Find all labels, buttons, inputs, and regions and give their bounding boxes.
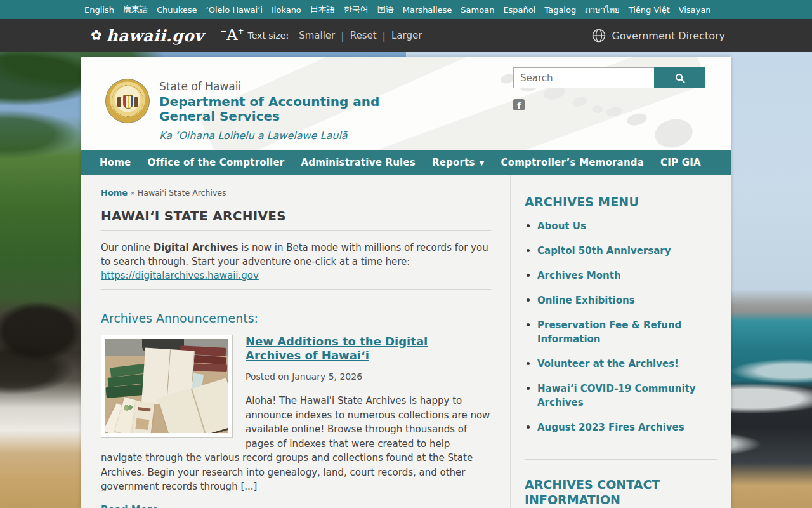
article-title-link[interactable]: New Additions to the Digital Archives of… (246, 335, 487, 363)
archives-menu-heading: ARCHIVES MENU (525, 195, 717, 209)
divider (101, 230, 491, 231)
main-nav: Home Office of the Comptroller Administr… (81, 150, 731, 175)
text-size-controls: −A+ Text size: Smaller | Reset | Larger (220, 29, 422, 43)
article-thumbnail[interactable] (101, 335, 233, 438)
lang-link-mandarin[interactable]: 国语 (377, 4, 394, 15)
lang-link-chuukese[interactable]: Chuukese (157, 5, 197, 15)
lang-link-hawaiian[interactable]: ʻŌlelo Hawaiʻi (206, 5, 263, 15)
archives-books-photo (105, 339, 228, 433)
text-size-minus: − (220, 27, 226, 35)
text-size-smaller-link[interactable]: Smaller (299, 30, 335, 41)
nav-item-label: Home (100, 157, 131, 168)
list-item: Volunteer at the Archives! (537, 357, 717, 371)
search-icon (675, 73, 685, 83)
seal-figure-right (134, 97, 138, 107)
nav-item-label: CIP GIA (660, 157, 701, 168)
digital-archives-link[interactable]: https://digitalarchives.hawaii.gov (101, 270, 259, 281)
nav-item-label: Comptroller’s Memoranda (501, 157, 644, 168)
nav-item-home[interactable]: Home (91, 150, 139, 175)
agency-hawaiian-name: Ka ʻOihana Loihelu a Lawelawe Laulā (159, 130, 413, 142)
text-size-larger-link[interactable]: Larger (391, 30, 422, 41)
sidebar-item-archives-month[interactable]: Archives Month (537, 270, 621, 281)
agency-name-link[interactable]: Department of Accounting and General Ser… (159, 95, 413, 124)
lang-link-spanish[interactable]: Español (503, 5, 535, 15)
nav-item-cip-gia[interactable]: CIP GIA (652, 150, 709, 175)
sidebar: ARCHIVES MENU About Us Capitol 50th Anni… (510, 175, 731, 508)
archives-contact-heading: ARCHIVES CONTACT INFORMATION (525, 477, 671, 507)
intro-paragraph: Our online Digital Archives is now in Be… (101, 241, 491, 283)
seal-figure-left (117, 97, 121, 107)
list-item: August 2023 Fires Archives (537, 420, 717, 434)
utility-bar: ✿ hawaii.gov −A+ Text size: Smaller | Re… (0, 19, 812, 52)
lang-link-samoan[interactable]: Samoan (461, 5, 494, 15)
text-size-separator: | (383, 30, 386, 42)
lang-link-japanese[interactable]: 日本語 (310, 4, 335, 15)
breadcrumb-separator: » (130, 188, 135, 197)
intro-text: Our online (101, 242, 154, 253)
nav-item-office-of-the-comptroller[interactable]: Office of the Comptroller (139, 150, 292, 175)
hawaii-gov-wordmark: hawaii.gov (107, 27, 204, 45)
lang-link-ilokano[interactable]: Ilokano (272, 5, 301, 15)
page-container: State of Hawaii Department of Accounting… (81, 57, 731, 508)
list-item: Preservation Fee & Refund Information (537, 318, 717, 346)
site-header: State of Hawaii Department of Accounting… (81, 57, 731, 150)
text-size-separator: | (341, 30, 344, 42)
hibiscus-icon: ✿ (91, 29, 102, 43)
content-region: Home»Hawai'i State Archives HAWAIʻI STAT… (81, 175, 731, 508)
nav-item-label: Office of the Comptroller (147, 157, 284, 168)
text-size-plus: + (238, 27, 244, 35)
search-button[interactable] (654, 67, 705, 88)
text-size-a: A (226, 29, 237, 43)
hawaii-gov-logo[interactable]: ✿ hawaii.gov (91, 27, 204, 45)
breadcrumb-current: Hawai'i State Archives (138, 188, 226, 197)
announcements-heading: Archives Announcements: (101, 311, 491, 325)
list-item: Online Exhibitions (537, 293, 717, 307)
government-directory-label: Government Directory (612, 30, 725, 42)
page-title: HAWAIʻI STATE ARCHIVES (101, 208, 491, 224)
sidebar-item-online-exhibitions[interactable]: Online Exhibitions (537, 295, 635, 306)
read-more-link[interactable]: Read More (101, 503, 159, 508)
lang-link-marshallese[interactable]: Marshallese (403, 5, 452, 15)
breadcrumb-home-link[interactable]: Home (101, 188, 128, 197)
list-item: About Us (537, 219, 717, 233)
text-size-icon: −A+ (220, 29, 244, 43)
lang-link-cantonese[interactable]: 廣東話 (123, 4, 148, 15)
nav-item-reports[interactable]: Reports▼ (424, 150, 493, 175)
text-size-reset-link[interactable]: Reset (350, 30, 377, 41)
agency-parent: State of Hawaii (159, 80, 413, 93)
sidebar-item-covid19-archives[interactable]: Hawaiʻi COVID-19 Community Archives (537, 383, 695, 408)
list-item: Hawaiʻi COVID-19 Community Archives (537, 382, 717, 410)
sidebar-item-volunteer[interactable]: Volunteer at the Archives! (537, 358, 679, 370)
search-input[interactable] (513, 67, 654, 88)
facebook-icon[interactable]: f (513, 99, 525, 110)
announcement-article: New Additions to the Digital Archives of… (101, 335, 491, 508)
government-directory-link[interactable]: Government Directory (592, 29, 725, 43)
nav-item-comptrollers-memoranda[interactable]: Comptroller’s Memoranda (492, 150, 652, 175)
lang-link-vietnamese[interactable]: Tiếng Việt (629, 5, 670, 15)
lang-link-english[interactable]: English (84, 5, 114, 15)
archives-menu-list: About Us Capitol 50th Anniversary Archiv… (537, 219, 717, 434)
sidebar-item-preservation-fee[interactable]: Preservation Fee & Refund Information (537, 319, 681, 345)
divider (525, 459, 717, 460)
sidebar-item-august-2023-fires[interactable]: August 2023 Fires Archives (537, 422, 684, 433)
main-column: Home»Hawai'i State Archives HAWAIʻI STAT… (81, 175, 510, 508)
globe-icon (592, 29, 606, 43)
list-item: Capitol 50th Anniversary (537, 244, 717, 258)
language-bar: English 廣東話 Chuukese ʻŌlelo Hawaiʻi Ilok… (0, 0, 812, 19)
nav-item-label: Administrative Rules (301, 157, 416, 168)
nav-item-label: Reports (432, 157, 475, 168)
lang-link-tagalog[interactable]: Tagalog (544, 5, 576, 15)
sidebar-item-about-us[interactable]: About Us (537, 220, 586, 232)
state-seal[interactable] (105, 79, 150, 123)
lang-link-visayan[interactable]: Visayan (679, 5, 711, 15)
list-item: Archives Month (537, 269, 717, 283)
lang-link-thai[interactable]: ภาษาไทย (585, 3, 619, 17)
lang-link-korean[interactable]: 한국어 (344, 4, 369, 15)
nav-item-administrative-rules[interactable]: Administrative Rules (292, 150, 424, 175)
breadcrumb: Home»Hawai'i State Archives (101, 188, 491, 197)
seal-crest (123, 95, 133, 109)
intro-bold-text: Digital Archives (154, 242, 239, 253)
chevron-down-icon: ▼ (480, 159, 485, 166)
sidebar-item-capitol-50th[interactable]: Capitol 50th Anniversary (537, 245, 671, 257)
agency-identity: State of Hawaii Department of Accounting… (159, 79, 413, 142)
